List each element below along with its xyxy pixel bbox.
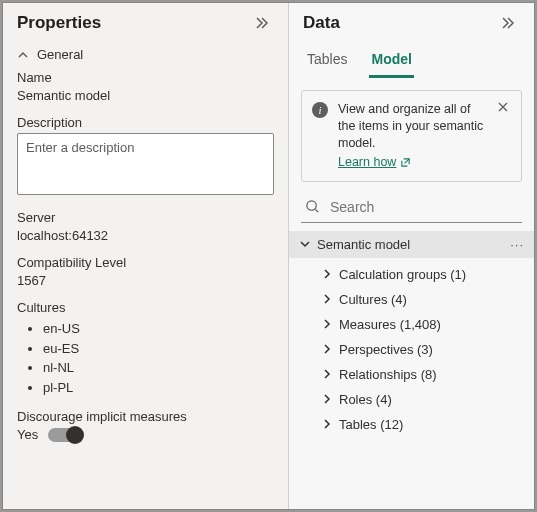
tree-item-label: Measures (1,408): [339, 317, 441, 332]
description-label: Description: [17, 115, 274, 130]
general-section-label: General: [37, 47, 83, 62]
tree-item[interactable]: Measures (1,408): [289, 312, 534, 337]
tab-model[interactable]: Model: [369, 45, 413, 78]
discourage-toggle[interactable]: [48, 428, 82, 442]
chevron-right-icon: [321, 293, 333, 305]
compat-value: 1567: [17, 273, 274, 288]
list-item: nl-NL: [43, 358, 274, 378]
info-banner: i View and organize all of the items in …: [301, 90, 522, 182]
list-item: pl-PL: [43, 378, 274, 398]
chevron-up-icon: [17, 49, 29, 61]
chevron-right-icon: [321, 368, 333, 380]
tree-root-label: Semantic model: [317, 237, 410, 252]
discourage-label: Discourage implicit measures: [17, 409, 274, 424]
search-input[interactable]: [328, 198, 518, 216]
tree-item-label: Tables (12): [339, 417, 403, 432]
learn-how-label: Learn how: [338, 154, 396, 171]
toggle-knob-icon: [66, 426, 84, 444]
cultures-list: en-USeu-ESnl-NLpl-PL: [17, 319, 274, 397]
close-icon: [497, 101, 509, 113]
learn-how-link[interactable]: Learn how: [338, 154, 411, 171]
chevrons-right-icon: [500, 15, 516, 31]
info-text: View and organize all of the items in yo…: [338, 102, 483, 150]
discourage-value: Yes: [17, 427, 38, 442]
name-value: Semantic model: [17, 88, 274, 103]
info-icon: i: [312, 102, 328, 118]
chevron-right-icon: [321, 318, 333, 330]
chevron-right-icon: [321, 343, 333, 355]
collapse-data-button[interactable]: [496, 11, 520, 35]
properties-title: Properties: [17, 13, 101, 33]
server-value: localhost:64132: [17, 228, 274, 243]
list-item: en-US: [43, 319, 274, 339]
general-section-header[interactable]: General: [3, 39, 288, 70]
tree-item-label: Cultures (4): [339, 292, 407, 307]
search-icon: [305, 199, 320, 214]
chevron-right-icon: [321, 268, 333, 280]
tree-item-label: Relationships (8): [339, 367, 437, 382]
data-title: Data: [303, 13, 340, 33]
svg-point-0: [307, 201, 316, 210]
tree-item[interactable]: Tables (12): [289, 412, 534, 437]
tree-item-label: Perspectives (3): [339, 342, 433, 357]
server-label: Server: [17, 210, 274, 225]
tree-item[interactable]: Roles (4): [289, 387, 534, 412]
chevron-right-icon: [321, 393, 333, 405]
tree-item-label: Calculation groups (1): [339, 267, 466, 282]
tree-root-more-button[interactable]: ···: [510, 237, 524, 252]
name-label: Name: [17, 70, 274, 85]
tree-item[interactable]: Cultures (4): [289, 287, 534, 312]
description-input[interactable]: [17, 133, 274, 195]
list-item: eu-ES: [43, 339, 274, 359]
chevrons-right-icon: [254, 15, 270, 31]
tree-item[interactable]: Perspectives (3): [289, 337, 534, 362]
tree-root[interactable]: Semantic model ···: [289, 231, 534, 258]
tree-item[interactable]: Calculation groups (1): [289, 262, 534, 287]
chevron-down-icon: [299, 238, 311, 250]
external-link-icon: [400, 157, 411, 168]
compat-label: Compatibility Level: [17, 255, 274, 270]
tree-item[interactable]: Relationships (8): [289, 362, 534, 387]
tree-item-label: Roles (4): [339, 392, 392, 407]
collapse-properties-button[interactable]: [250, 11, 274, 35]
cultures-label: Cultures: [17, 300, 274, 315]
chevron-right-icon: [321, 418, 333, 430]
close-banner-button[interactable]: [495, 101, 511, 113]
tab-tables[interactable]: Tables: [305, 45, 349, 78]
